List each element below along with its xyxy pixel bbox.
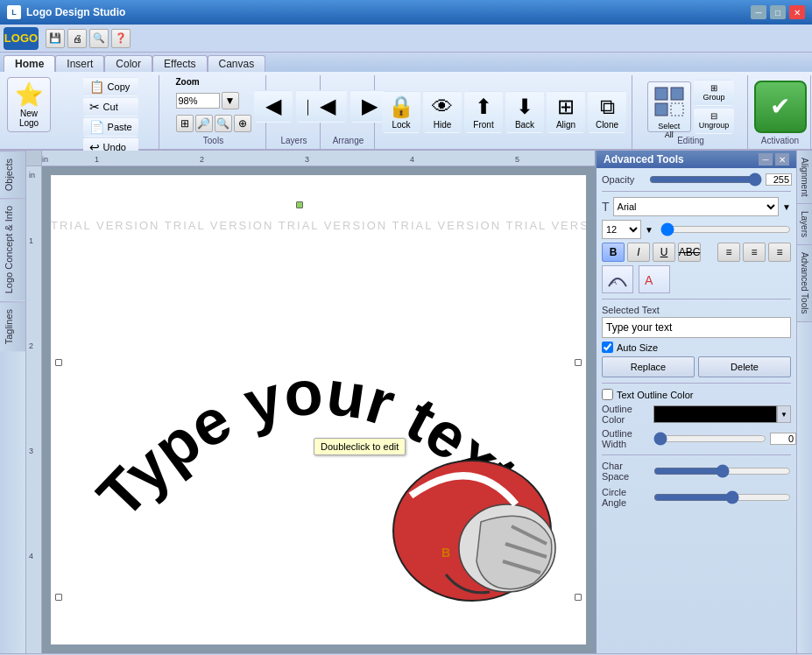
- copy-button[interactable]: 📋 Copy: [83, 77, 139, 96]
- bold-button[interactable]: B: [602, 243, 625, 262]
- sidebar-item-taglines[interactable]: Taglines: [0, 301, 25, 351]
- panel-close-button[interactable]: ✕: [775, 153, 789, 166]
- tab-home[interactable]: Home: [4, 55, 55, 72]
- selection-handle-top[interactable]: [296, 201, 303, 208]
- ruler-corner: [26, 151, 42, 166]
- ruler-top-marks: in 1 2 3 4 5: [42, 151, 595, 166]
- char-space-slider[interactable]: [653, 465, 791, 477]
- group-button[interactable]: ⊞ Group: [694, 80, 735, 106]
- italic-button[interactable]: I: [627, 243, 650, 262]
- app-logo: LOGO: [4, 27, 39, 50]
- svg-rect-2: [655, 103, 667, 116]
- ruler-v-mark-3: 3: [29, 447, 33, 455]
- font-size-select[interactable]: 12 14 16 18 24 36 48 72: [602, 220, 641, 239]
- lock-button[interactable]: 🔒 Lock: [382, 91, 420, 133]
- tab-color[interactable]: Color: [104, 55, 152, 72]
- tab-alignment[interactable]: Alignment: [797, 151, 812, 204]
- new-logo-button[interactable]: ⭐ NewLogo: [7, 77, 51, 132]
- ruler-top: in 1 2 3 4 5: [26, 151, 595, 166]
- outline-section-label: Text Outline Color: [617, 390, 693, 400]
- zoom-controls: Zoom ▼ ⊞ 🔎 🔍 ⊕: [176, 77, 251, 136]
- panel-header: Advanced Tools ─ ✕: [597, 151, 796, 168]
- opacity-label: Opacity: [602, 174, 646, 185]
- opacity-slider[interactable]: [649, 173, 762, 186]
- arrange-prev-button[interactable]: ◀: [308, 90, 347, 123]
- ruler-mark-2: 2: [200, 155, 204, 164]
- font-select[interactable]: Arial Times New Roman Courier New Verdan…: [613, 197, 780, 216]
- align-left-button[interactable]: ≡: [717, 243, 740, 262]
- outline-color-checkbox[interactable]: [602, 389, 613, 400]
- align-button[interactable]: ⊞ Align: [547, 91, 585, 133]
- ruler-mark-0: in: [42, 155, 48, 164]
- selected-text-input[interactable]: [602, 317, 791, 338]
- image-format-1-button[interactable]: A: [602, 265, 633, 293]
- ruler-mark-5: 5: [515, 155, 519, 164]
- hide-button[interactable]: 👁 Hide: [423, 91, 462, 133]
- tab-insert[interactable]: Insert: [55, 55, 104, 72]
- select-all-group: SelectAll: [647, 81, 691, 132]
- help-quick-button[interactable]: ❓: [111, 29, 131, 48]
- back-button[interactable]: ⬇ Back: [505, 91, 544, 133]
- cut-button[interactable]: ✂ Cut: [83, 97, 139, 116]
- activation-content: ✔: [754, 77, 807, 136]
- zoom-fit-button[interactable]: ⊞: [176, 115, 194, 132]
- tab-advanced-tools[interactable]: Advanced Tools: [797, 245, 812, 321]
- format-buttons-row: B I U ABC ≡ ≡ ≡: [602, 243, 791, 262]
- clone-button[interactable]: ⧉ Clone: [588, 91, 626, 133]
- char-space-row: Char Space: [602, 461, 791, 482]
- close-button[interactable]: ✕: [789, 5, 805, 19]
- zoom-in-button[interactable]: 🔎: [195, 115, 213, 132]
- align-right-button[interactable]: ≡: [768, 243, 791, 262]
- circle-angle-label: Circle Angle: [602, 487, 650, 508]
- zoom-dropdown-button[interactable]: ▼: [222, 92, 239, 109]
- select-all-button[interactable]: SelectAll: [647, 81, 691, 132]
- action-buttons-row: Replace Delete: [602, 356, 791, 377]
- save-quick-button[interactable]: 💾: [46, 29, 65, 48]
- auto-size-label: Auto Size: [617, 342, 658, 353]
- panel-pin-button[interactable]: ─: [759, 153, 773, 166]
- zoom-input[interactable]: [176, 93, 220, 109]
- outline-color-dropdown[interactable]: ▼: [777, 405, 791, 423]
- front-button[interactable]: ⬆ Front: [464, 91, 503, 133]
- paste-button[interactable]: 📄 Paste: [83, 117, 139, 137]
- zoom-out-button[interactable]: 🔍: [215, 115, 232, 132]
- layer-ops-buttons: 🔒 Lock 👁 Hide ⬆ Front ⬇ Back ⊞ Align ⧉ C: [382, 77, 626, 147]
- image-format-2-button[interactable]: A: [639, 265, 670, 293]
- underline-button[interactable]: U: [653, 243, 675, 262]
- opacity-row: Opacity 255: [602, 173, 791, 186]
- zoom-actual-button[interactable]: ⊕: [234, 115, 251, 132]
- tab-canvas[interactable]: Canvas: [208, 55, 266, 72]
- tab-layers[interactable]: Layers: [797, 204, 812, 245]
- auto-size-checkbox[interactable]: [602, 342, 613, 353]
- maximize-button[interactable]: □: [770, 5, 786, 19]
- sidebar-item-objects[interactable]: Objects: [0, 151, 25, 198]
- zoom-label: Zoom: [176, 77, 200, 87]
- tooltip-doubleclick: Doubleclick to edit: [314, 438, 406, 455]
- tab-effects[interactable]: Effects: [152, 55, 207, 72]
- outline-width-slider[interactable]: [653, 433, 766, 445]
- print-quick-button[interactable]: 🖨: [67, 29, 87, 48]
- clone-icon: ⧉: [600, 95, 615, 119]
- image-format-row: A A: [602, 265, 791, 293]
- ruler-v-mark-2: 2: [29, 342, 33, 350]
- color-hue-slider[interactable]: [660, 223, 791, 236]
- outline-color-swatch[interactable]: [653, 405, 777, 423]
- activation-button[interactable]: ✔: [754, 81, 807, 133]
- ungroup-button[interactable]: ⊟ Ungroup: [694, 108, 735, 134]
- copy-icon: 📋: [89, 80, 104, 94]
- strikethrough-button[interactable]: ABC: [678, 243, 701, 262]
- spacer: [703, 243, 715, 262]
- char-space-label: Char Space: [602, 461, 650, 482]
- canvas-drawing[interactable]: TRIAL VERSION TRIAL VERSION TRIAL VERSIO…: [42, 166, 595, 653]
- replace-button[interactable]: Replace: [602, 356, 695, 377]
- sidebar-item-logo-concept[interactable]: Logo Concept & Info: [0, 198, 25, 300]
- font-size-dropdown-icon[interactable]: ▼: [645, 225, 653, 235]
- font-dropdown-icon[interactable]: ▼: [782, 202, 791, 212]
- minimize-button[interactable]: ─: [751, 5, 766, 19]
- zoom-quick-button[interactable]: 🔍: [89, 29, 109, 48]
- ruler-v-mark-4: 4: [29, 552, 33, 560]
- circle-angle-slider[interactable]: [653, 491, 791, 504]
- align-center-button[interactable]: ≡: [743, 243, 766, 262]
- layers-prev-button[interactable]: ◀: [254, 90, 293, 123]
- delete-text-button[interactable]: Delete: [698, 356, 791, 377]
